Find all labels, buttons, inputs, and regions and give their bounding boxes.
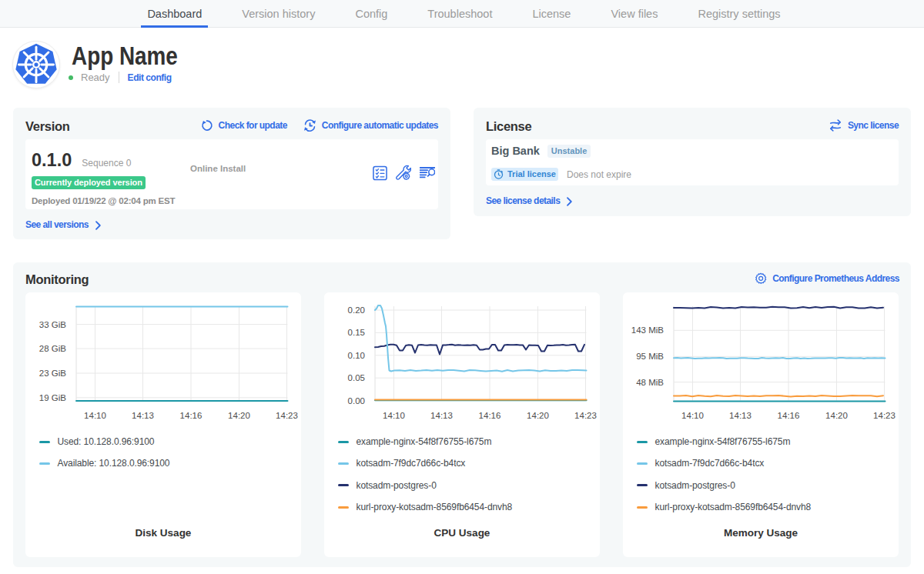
svg-text:14:20: 14:20	[527, 411, 549, 420]
svg-text:14:16: 14:16	[479, 411, 501, 420]
svg-text:19 GiB: 19 GiB	[39, 393, 66, 402]
svg-text:48 MiB: 48 MiB	[636, 378, 664, 387]
svg-text:14:13: 14:13	[132, 411, 154, 420]
svg-text:0.10: 0.10	[348, 351, 365, 360]
svg-text:14:13: 14:13	[430, 411, 453, 420]
svg-text:28 GiB: 28 GiB	[39, 344, 66, 353]
svg-text:0.15: 0.15	[348, 328, 365, 337]
svg-text:95 MiB: 95 MiB	[636, 352, 664, 361]
svg-text:14:10: 14:10	[383, 411, 405, 420]
svg-text:14:16: 14:16	[180, 411, 203, 420]
svg-text:14:23: 14:23	[574, 411, 597, 420]
svg-text:143 MiB: 143 MiB	[631, 325, 665, 335]
svg-text:33 GiB: 33 GiB	[39, 320, 66, 329]
svg-text:14:16: 14:16	[778, 411, 800, 420]
svg-text:14:23: 14:23	[276, 411, 298, 420]
svg-text:14:10: 14:10	[681, 411, 704, 420]
svg-text:14:13: 14:13	[729, 411, 752, 420]
svg-text:14:20: 14:20	[825, 411, 848, 420]
svg-text:23 GiB: 23 GiB	[39, 369, 66, 378]
svg-text:0.05: 0.05	[348, 373, 365, 382]
svg-text:0.20: 0.20	[348, 305, 365, 315]
svg-text:14:23: 14:23	[873, 411, 896, 420]
svg-text:14:10: 14:10	[84, 411, 106, 420]
svg-text:0.00: 0.00	[348, 396, 365, 405]
svg-text:14:20: 14:20	[228, 411, 250, 420]
